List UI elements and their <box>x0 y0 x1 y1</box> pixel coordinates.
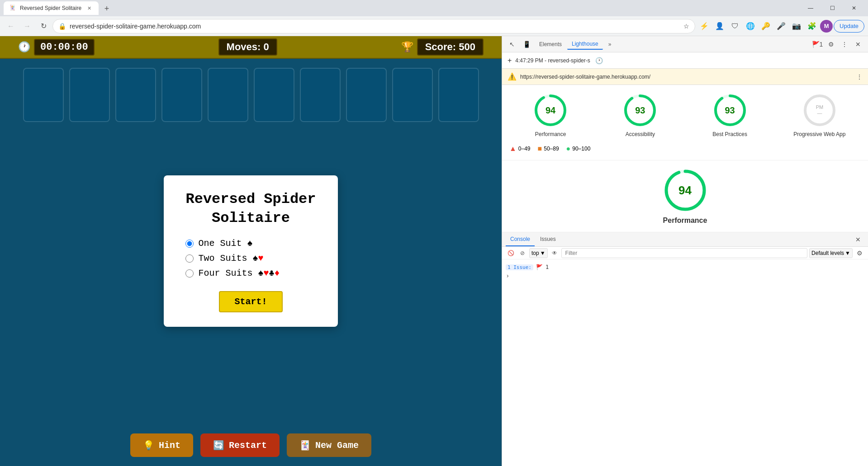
tab-elements[interactable]: Elements <box>535 39 566 49</box>
maximize-button[interactable]: ☐ <box>822 0 843 16</box>
console-issue-line: 1 Issue: 🚩 1 <box>506 263 864 271</box>
devtools-select-btn[interactable]: ↖ <box>506 38 518 51</box>
content-area: 🕐 00:00:00 Moves: 0 🏆 Score: 500 <box>0 36 868 466</box>
user-avatar[interactable]: M <box>820 20 833 33</box>
active-tab[interactable]: 🃏 Reversed Spider Solitaire ✕ <box>4 1 99 15</box>
console-filter-input[interactable] <box>561 248 807 258</box>
console-content: 1 Issue: 🚩 1 › <box>502 259 868 466</box>
devtools-right: 🚩 1 ⚙ ⋮ ✕ <box>811 38 864 51</box>
console-tabs: Console Issues ✕ <box>502 232 868 247</box>
devtools-site-bar: ⚠️ https://reversed-spider-solitaire-gam… <box>502 69 868 85</box>
two-suits-radio[interactable] <box>185 254 194 263</box>
score-accessibility: 93 Accessibility <box>599 92 681 137</box>
tab-more[interactable]: » <box>604 39 616 49</box>
minimize-button[interactable]: — <box>800 0 821 16</box>
issue-flag-icon: 🚩 <box>536 264 543 270</box>
accessibility-ring: 93 <box>622 92 658 128</box>
devtools-close-btn[interactable]: ✕ <box>852 38 864 51</box>
score-legend: ▲ 0–49 ■ 50–89 ● 90–100 <box>509 145 861 153</box>
profiles-icon[interactable]: 👤 <box>712 19 727 33</box>
console-close-btn[interactable]: ✕ <box>852 233 864 246</box>
two-suits-option[interactable]: Two Suits ♠♥ <box>185 253 316 264</box>
issues-button[interactable]: 🚩 1 <box>811 38 824 51</box>
fail-label: 0–49 <box>518 146 531 152</box>
console-context-select[interactable]: top ▼ <box>529 248 548 258</box>
console-area: Console Issues ✕ 🚫 ⊘ top ▼ <box>502 232 868 466</box>
console-eye-btn[interactable]: 👁 <box>550 248 560 258</box>
performance-score: 94 <box>545 105 555 116</box>
site-more-btn[interactable]: ⋮ <box>856 73 863 80</box>
pass-icon: ● <box>566 145 571 153</box>
modal-overlay: Reversed SpiderSolitaire One Suit ♠ Two … <box>0 36 502 466</box>
title-bar: 🃏 Reversed Spider Solitaire ✕ + — ☐ ✕ <box>0 0 868 16</box>
pass-label: 90–100 <box>572 146 590 152</box>
shield-icon[interactable]: 🛡 <box>728 19 742 33</box>
update-button[interactable]: Update <box>834 20 864 33</box>
two-suits-label: Two Suits ♠♥ <box>198 253 263 264</box>
console-clear-btn[interactable]: 🚫 <box>506 248 516 258</box>
console-tab[interactable]: Console <box>506 232 535 246</box>
accessibility-score: 93 <box>635 105 645 116</box>
start-button[interactable]: Start! <box>219 291 282 312</box>
devtools-settings-btn[interactable]: ⚙ <box>825 38 837 51</box>
console-tab-right: ✕ <box>852 233 864 246</box>
tab-strip: 🃏 Reversed Spider Solitaire ✕ + <box>4 1 800 15</box>
performance-detail-section: 94 Performance <box>502 160 868 232</box>
bookmark-icon[interactable]: ☆ <box>683 23 689 30</box>
scores-grid: 94 Performance 93 Accessi <box>509 92 861 137</box>
game-area: 🕐 00:00:00 Moves: 0 🏆 Score: 500 <box>0 36 502 466</box>
title-bar-controls: — ☐ ✕ <box>800 0 864 16</box>
extensions-icon[interactable]: ⚡ <box>697 19 711 33</box>
console-filter-btn[interactable]: ⊘ <box>517 248 527 258</box>
reload-button[interactable]: ↻ <box>36 19 51 33</box>
back-button[interactable]: ← <box>4 19 18 33</box>
issue-count: 1 <box>545 264 549 270</box>
translate-icon[interactable]: 🌐 <box>743 19 758 33</box>
tab-title: Reversed Spider Solitaire <box>20 5 81 11</box>
address-bar[interactable]: 🔒 reversed-spider-solitaire-game.herokua… <box>52 19 695 33</box>
best-practices-label: Best Practices <box>712 131 747 137</box>
extension-btn[interactable]: 🧩 <box>805 19 819 33</box>
address-text: reversed-spider-solitaire-game.herokuapp… <box>70 23 680 30</box>
performance-label: Performance <box>535 131 566 137</box>
console-level-select[interactable]: Default levels ▼ <box>809 248 853 258</box>
legend-fail: ▲ 0–49 <box>509 145 531 153</box>
console-expand-arrow[interactable]: › <box>506 271 864 280</box>
four-suits-option[interactable]: Four Suits ♠♥♣♦ <box>185 268 316 278</box>
mic-icon[interactable]: 🎤 <box>774 19 788 33</box>
devtools-device-btn[interactable]: 📱 <box>520 38 533 51</box>
average-icon: ■ <box>538 145 542 153</box>
close-button[interactable]: ✕ <box>844 0 864 16</box>
recalculate-btn[interactable]: 🕐 <box>594 55 605 66</box>
tab-close-button[interactable]: ✕ <box>85 4 93 12</box>
navigation-toolbar: ← → ↻ 🔒 reversed-spider-solitaire-game.h… <box>0 16 868 36</box>
browser-frame: 🃏 Reversed Spider Solitaire ✕ + — ☐ ✕ ← … <box>0 0 868 466</box>
pwa-label: Progressive Web App <box>793 131 845 137</box>
console-settings-btn[interactable]: ⚙ <box>854 248 864 258</box>
new-tab-button[interactable]: + <box>100 2 113 15</box>
four-suits-label: Four Suits ♠♥♣♦ <box>198 268 280 278</box>
context-chevron: ▼ <box>540 250 545 256</box>
devtools-more-btn[interactable]: ⋮ <box>838 38 851 51</box>
console-toolbar: 🚫 ⊘ top ▼ 👁 Default levels ▼ ⚙ <box>502 247 868 259</box>
score-pwa: PM— Progressive Web App <box>778 92 861 137</box>
issues-tab[interactable]: Issues <box>536 232 560 246</box>
performance-detail-label: Performance <box>663 217 707 225</box>
performance-ring: 94 <box>532 92 569 128</box>
screen-capture-icon[interactable]: 📷 <box>789 19 804 33</box>
toolbar-right: ⚡ 👤 🛡 🌐 🔑 🎤 📷 🧩 M Update <box>697 19 864 33</box>
add-audit-btn[interactable]: + <box>508 56 512 65</box>
four-suits-radio[interactable] <box>185 269 194 278</box>
modal-title: Reversed SpiderSolitaire <box>185 190 316 227</box>
password-icon[interactable]: 🔑 <box>759 19 773 33</box>
tab-favicon: 🃏 <box>9 5 16 12</box>
one-suit-option[interactable]: One Suit ♠ <box>185 238 316 249</box>
site-url: https://reversed-spider-solitaire-game.h… <box>520 74 650 80</box>
tab-lighthouse[interactable]: Lighthouse <box>567 39 603 50</box>
devtools-tabs: Elements Lighthouse » <box>535 39 616 50</box>
one-suit-radio[interactable] <box>185 240 194 248</box>
legend-average: ■ 50–89 <box>538 145 559 153</box>
forward-button[interactable]: → <box>20 19 34 33</box>
performance-detail-score: 94 <box>678 184 692 198</box>
devtools-panel: ↖ 📱 Elements Lighthouse » 🚩 1 ⚙ <box>502 36 868 466</box>
